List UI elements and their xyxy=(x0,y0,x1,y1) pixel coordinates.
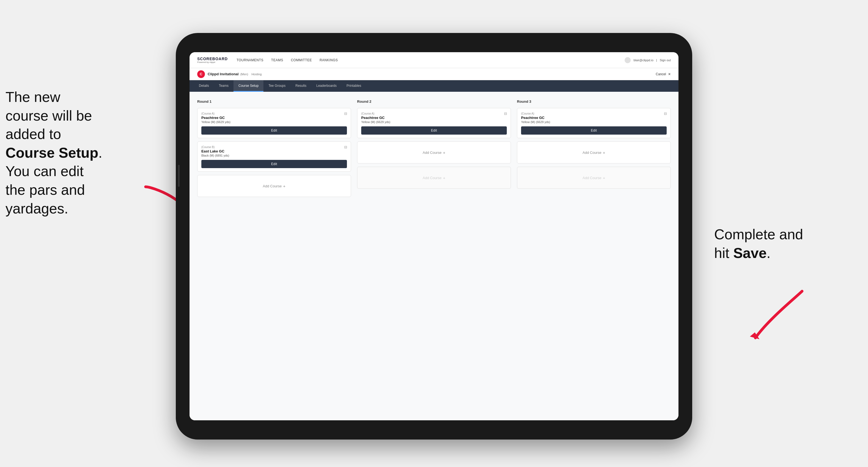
tab-results[interactable]: Results xyxy=(290,80,311,92)
round-1-course-b-card: ⊟ (Course B) East Lake GC Black (M) (689… xyxy=(197,142,351,172)
rounds-grid: Round 1 ⊟ (Course A) Peachtree GC Yellow… xyxy=(197,99,671,197)
round-2-course-a-card: ⊟ (Course A) Peachtree GC Yellow (M) (66… xyxy=(357,108,511,138)
nav-committee[interactable]: COMMITTEE xyxy=(291,58,312,62)
round-1-label: Round 1 xyxy=(197,99,351,103)
cancel-x-icon: ✕ xyxy=(668,72,671,76)
round-1-course-b-label: (Course B) xyxy=(202,146,347,149)
right-arrow-icon xyxy=(742,286,813,346)
round-1-course-a-edit-button[interactable]: Edit xyxy=(202,126,347,134)
round-3-add-course-button[interactable]: Add Course + xyxy=(517,142,671,163)
tournament-gender: (Men) xyxy=(240,72,248,76)
tablet-screen: SCOREBOARD Powered by clippd TOURNAMENTS… xyxy=(189,52,679,420)
round-2-course-a-edit-button[interactable]: Edit xyxy=(361,126,507,134)
round-2-add-plus-disabled-icon: + xyxy=(443,176,445,180)
round-1-course-a-name: Peachtree GC xyxy=(202,116,347,120)
round-1-course-a-card: ⊟ (Course A) Peachtree GC Yellow (M) (66… xyxy=(197,108,351,138)
round-2-column: Round 2 ⊟ (Course A) Peachtree GC Yellow… xyxy=(357,99,511,197)
round-1-course-b-edit-button[interactable]: Edit xyxy=(202,160,347,168)
tournament-bar: C Clippd Invitational (Men) Hosting Canc… xyxy=(189,68,679,80)
round-1-course-b-delete-icon[interactable]: ⊟ xyxy=(343,145,348,150)
round-1-course-a-tee: Yellow (M) (6629 yds) xyxy=(202,120,347,124)
tablet-device: SCOREBOARD Powered by clippd TOURNAMENTS… xyxy=(176,33,692,439)
round-3-course-a-name: Peachtree GC xyxy=(521,116,666,120)
round-3-course-a-tee: Yellow (M) (6629 yds) xyxy=(521,120,666,124)
tournament-status: Hosting xyxy=(251,72,261,76)
app-logo-title: SCOREBOARD xyxy=(197,57,228,61)
user-avatar xyxy=(625,57,631,63)
round-3-course-a-edit-button[interactable]: Edit xyxy=(521,126,666,134)
nav-rankings[interactable]: RANKINGS xyxy=(319,58,338,62)
nav-tournaments[interactable]: TOURNAMENTS xyxy=(237,58,264,62)
sign-out-link[interactable]: Sign out xyxy=(660,59,671,62)
round-3-column: Round 3 ⊟ (Course A) Peachtree GC Yellow… xyxy=(517,99,671,197)
round-3-label: Round 3 xyxy=(517,99,671,103)
round-1-course-a-delete-icon[interactable]: ⊟ xyxy=(343,111,348,116)
tab-details[interactable]: Details xyxy=(194,80,214,92)
round-2-course-a-delete-icon[interactable]: ⊟ xyxy=(503,111,508,116)
round-2-add-course-button[interactable]: Add Course + xyxy=(357,142,511,163)
round-3-course-a-label: (Course A) xyxy=(521,112,666,115)
round-1-course-a-label: (Course A) xyxy=(202,112,347,115)
right-annotation: Complete and hit Save. xyxy=(714,225,830,262)
tournament-name: Clippd Invitational xyxy=(208,72,239,76)
round-2-course-a-label: (Course A) xyxy=(361,112,507,115)
round-1-add-plus-icon: + xyxy=(283,184,285,188)
cancel-button[interactable]: Cancel ✕ xyxy=(656,72,671,76)
tab-course-setup[interactable]: Course Setup xyxy=(234,80,264,92)
tablet-side-button xyxy=(178,165,180,187)
tab-tee-groups[interactable]: Tee Groups xyxy=(264,80,290,92)
logo-area: SCOREBOARD Powered by clippd xyxy=(197,57,228,63)
tab-printables[interactable]: Printables xyxy=(342,80,366,92)
round-3-add-plus-disabled-icon: + xyxy=(603,176,605,180)
nav-links: TOURNAMENTS TEAMS COMMITTEE RANKINGS xyxy=(237,58,625,62)
round-2-label: Round 2 xyxy=(357,99,511,103)
round-1-course-b-name: East Lake GC xyxy=(202,149,347,153)
round-3-course-a-card: ⊟ (Course A) Peachtree GC Yellow (M) (66… xyxy=(517,108,671,138)
round-1-add-course-button[interactable]: Add Course + xyxy=(197,175,351,197)
app-logo-subtitle: Powered by clippd xyxy=(197,61,228,63)
round-2-course-a-name: Peachtree GC xyxy=(361,116,507,120)
main-content: Round 1 ⊟ (Course A) Peachtree GC Yellow… xyxy=(189,92,679,420)
round-2-course-a-tee: Yellow (M) (6629 yds) xyxy=(361,120,507,124)
tournament-logo: C xyxy=(197,70,205,78)
nav-teams[interactable]: TEAMS xyxy=(271,58,283,62)
round-1-course-b-tee: Black (M) (6891 yds) xyxy=(202,154,347,157)
round-3-add-course-disabled: Add Course + xyxy=(517,167,671,189)
tab-leaderboards[interactable]: Leaderboards xyxy=(311,80,341,92)
nav-right: blair@clippd.io | Sign out xyxy=(625,57,671,63)
round-3-add-plus-icon: + xyxy=(603,150,605,155)
top-nav: SCOREBOARD Powered by clippd TOURNAMENTS… xyxy=(189,52,679,68)
round-1-column: Round 1 ⊟ (Course A) Peachtree GC Yellow… xyxy=(197,99,351,197)
round-2-add-course-disabled: Add Course + xyxy=(357,167,511,189)
round-3-course-a-delete-icon[interactable]: ⊟ xyxy=(663,111,668,116)
tab-teams[interactable]: Teams xyxy=(214,80,234,92)
user-email: blair@clippd.io xyxy=(633,59,653,62)
round-2-add-plus-icon: + xyxy=(443,150,445,155)
nav-separator: | xyxy=(656,59,657,62)
tab-bar: Details Teams Course Setup Tee Groups Re… xyxy=(189,80,679,92)
